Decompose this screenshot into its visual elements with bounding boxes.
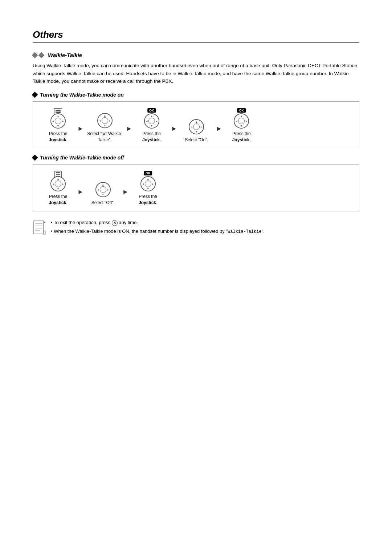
end-button-icon: ✕ bbox=[112, 220, 118, 226]
joystick-nav-off2: ▲ ▼ ◄ ► bbox=[95, 182, 111, 197]
off-step-2-label: Select "Off". bbox=[91, 200, 115, 206]
diamond-icon-1 bbox=[32, 52, 38, 58]
mode-off-title: Turning the Walkie-Talkie mode off bbox=[40, 155, 124, 161]
ok-badge-3: OK bbox=[147, 108, 156, 113]
step-4-label: Select "On". bbox=[185, 137, 208, 143]
off-arrow-1: ► bbox=[77, 188, 84, 206]
step-2: ▲ ▼ ◄ ► Select "WTWalkie-Talkie". bbox=[87, 113, 123, 143]
mode-off-subsection: Turning the Walkie-Talkie mode off bbox=[33, 155, 359, 211]
step-4: ▲ ▼ ◄ ► Select "On". bbox=[180, 119, 213, 143]
mode-on-title: Turning the Walkie-Talkie mode on bbox=[40, 92, 124, 98]
mode-on-diagram: ▲ ▼ ◄ ► Press theJoystick. ► bbox=[33, 101, 359, 149]
walkie-talkie-code: Walkie-Talkie bbox=[228, 229, 262, 234]
joystick-base-off1: ▲ ▼ ◄ ► bbox=[50, 176, 66, 191]
step-5: OK ▲ ▼ ◄ ► Press theJoystick. bbox=[225, 108, 258, 143]
off-step-3-label: Press theJoystick. bbox=[139, 194, 157, 206]
svg-rect-0 bbox=[33, 221, 44, 234]
filled-diamond-off bbox=[32, 155, 38, 161]
step-5-label: Press theJoystick. bbox=[232, 131, 251, 143]
off-arrow-2: ► bbox=[122, 188, 129, 206]
step-3-label: Press theJoystick. bbox=[142, 131, 161, 143]
page-title: Others bbox=[33, 29, 359, 43]
mode-on-subsection: Turning the Walkie-Talkie mode on bbox=[33, 92, 359, 149]
step-2-label: Select "WTWalkie-Talkie". bbox=[87, 131, 122, 143]
off-step-3: OK ▲ ▼ ◄ ► Press theJoystick. bbox=[132, 171, 164, 206]
mode-off-diagram: ▲ ▼ ◄ ► Press theJoystick. ► bbox=[33, 164, 359, 211]
mode-off-header: Turning the Walkie-Talkie mode off bbox=[33, 155, 359, 161]
joystick-base-5: ▲ ▼ ◄ ► bbox=[234, 113, 249, 129]
filled-diamond-on bbox=[32, 92, 38, 98]
step-1: ▲ ▼ ◄ ► Press theJoystick. bbox=[42, 108, 74, 143]
arrow-4: ► bbox=[216, 125, 222, 143]
note-1: • To exit the operation, press ✕ any tim… bbox=[51, 219, 265, 227]
notes-text: • To exit the operation, press ✕ any tim… bbox=[51, 219, 265, 235]
walkie-talkie-description: Using Walkie-Talkie mode, you can commun… bbox=[33, 62, 359, 85]
arrow-2: ► bbox=[126, 125, 132, 143]
step-1-label: Press theJoystick. bbox=[49, 131, 67, 143]
diamond-icon-2 bbox=[38, 52, 45, 58]
note-2: • When the Walkie-Talkie mode is ON, the… bbox=[51, 227, 265, 235]
step-3: OK ▲ ▼ ◄ ► Press theJoystick. bbox=[135, 108, 168, 143]
off-step-1-label: Press theJoystick. bbox=[49, 194, 67, 206]
arrow-3: ► bbox=[171, 125, 177, 143]
notes-section: • To exit the operation, press ✕ any tim… bbox=[33, 219, 359, 236]
joystick-base-3: ▲ ▼ ◄ ► bbox=[144, 113, 159, 129]
off-step-2: ▲ ▼ ◄ ► Select "Off". bbox=[87, 182, 119, 206]
joystick-base-1: ▲ ▼ ◄ ► bbox=[50, 113, 66, 129]
joystick-nav-4: ▲ ▼ ◄ ► bbox=[189, 119, 204, 134]
walkie-talkie-section: Walkie-Talkie Using Walkie-Talkie mode, … bbox=[33, 52, 359, 236]
joystick-base-off3: ▲ ▼ ◄ ► bbox=[140, 176, 156, 191]
mode-on-header: Turning the Walkie-Talkie mode on bbox=[33, 92, 359, 98]
ok-badge-5: OK bbox=[237, 108, 246, 113]
off-step-1: ▲ ▼ ◄ ► Press theJoystick. bbox=[42, 171, 74, 206]
walkie-talkie-title: Walkie-Talkie bbox=[48, 52, 82, 58]
arrow-1: ► bbox=[77, 125, 84, 143]
note-icon bbox=[33, 219, 46, 236]
joystick-nav-2: ▲ ▼ ◄ ► bbox=[97, 113, 113, 128]
walkie-talkie-header: Walkie-Talkie bbox=[33, 52, 359, 58]
ok-badge-off3: OK bbox=[144, 171, 152, 175]
